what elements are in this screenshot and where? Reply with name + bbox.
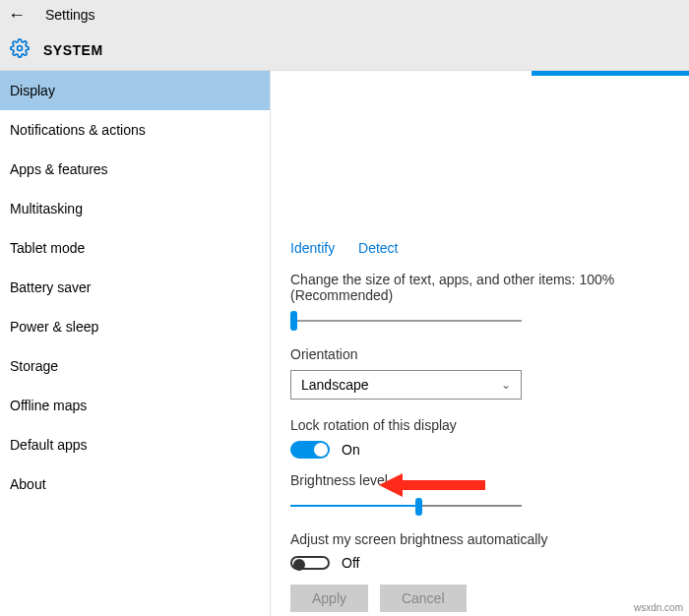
orientation-label: Orientation bbox=[290, 346, 671, 362]
apply-button[interactable]: Apply bbox=[290, 585, 368, 612]
sidebar-item-apps[interactable]: Apps & features bbox=[0, 150, 270, 189]
brightness-label: Brightness level bbox=[290, 472, 671, 488]
identify-link[interactable]: Identify bbox=[290, 240, 335, 256]
accent-bar bbox=[532, 71, 689, 76]
orientation-value: Landscape bbox=[301, 377, 369, 393]
lock-rotation-label: Lock rotation of this display bbox=[290, 417, 671, 433]
cancel-button[interactable]: Cancel bbox=[380, 585, 467, 612]
sidebar-item-notifications[interactable]: Notifications & actions bbox=[0, 110, 270, 150]
window-title: Settings bbox=[45, 7, 95, 23]
scale-slider[interactable] bbox=[290, 311, 522, 331]
sidebar-item-battery[interactable]: Battery saver bbox=[0, 268, 270, 307]
sidebar-item-default-apps[interactable]: Default apps bbox=[0, 425, 270, 464]
page-title: SYSTEM bbox=[43, 42, 103, 58]
auto-brightness-toggle[interactable] bbox=[290, 556, 330, 570]
sidebar-item-tablet[interactable]: Tablet mode bbox=[0, 228, 270, 268]
scale-label: Change the size of text, apps, and other… bbox=[290, 272, 671, 303]
detect-link[interactable]: Detect bbox=[358, 240, 398, 256]
sidebar-item-about[interactable]: About bbox=[0, 464, 270, 504]
brightness-slider[interactable] bbox=[290, 496, 522, 516]
content: Identify Detect Change the size of text,… bbox=[271, 71, 689, 616]
sidebar: Display Notifications & actions Apps & f… bbox=[0, 71, 271, 616]
lock-rotation-toggle[interactable] bbox=[290, 441, 330, 459]
back-button[interactable]: ← bbox=[8, 5, 26, 26]
svg-point-0 bbox=[18, 46, 23, 51]
sidebar-item-storage[interactable]: Storage bbox=[0, 346, 270, 386]
header: SYSTEM bbox=[0, 30, 689, 71]
titlebar: ← Settings bbox=[0, 0, 689, 30]
sidebar-item-display[interactable]: Display bbox=[0, 71, 270, 110]
gear-icon bbox=[10, 38, 30, 61]
chevron-down-icon: ⌄ bbox=[501, 378, 511, 392]
sidebar-item-offline-maps[interactable]: Offline maps bbox=[0, 386, 270, 425]
sidebar-item-multitasking[interactable]: Multitasking bbox=[0, 189, 270, 228]
sidebar-item-power[interactable]: Power & sleep bbox=[0, 307, 270, 346]
auto-brightness-value: Off bbox=[342, 555, 359, 571]
auto-brightness-label: Adjust my screen brightness automaticall… bbox=[290, 531, 671, 547]
lock-rotation-value: On bbox=[342, 442, 360, 458]
watermark: wsxdn.com bbox=[634, 602, 683, 613]
orientation-select[interactable]: Landscape ⌄ bbox=[290, 370, 522, 400]
